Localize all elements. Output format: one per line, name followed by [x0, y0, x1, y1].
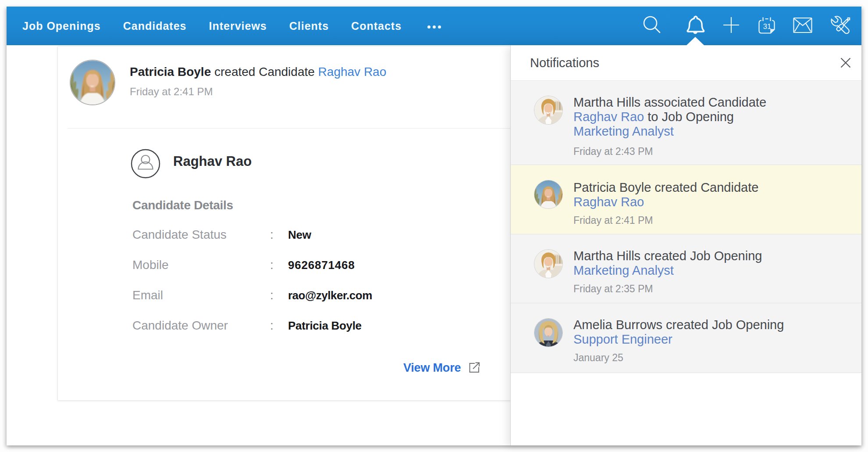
svg-text:31: 31	[763, 22, 771, 30]
